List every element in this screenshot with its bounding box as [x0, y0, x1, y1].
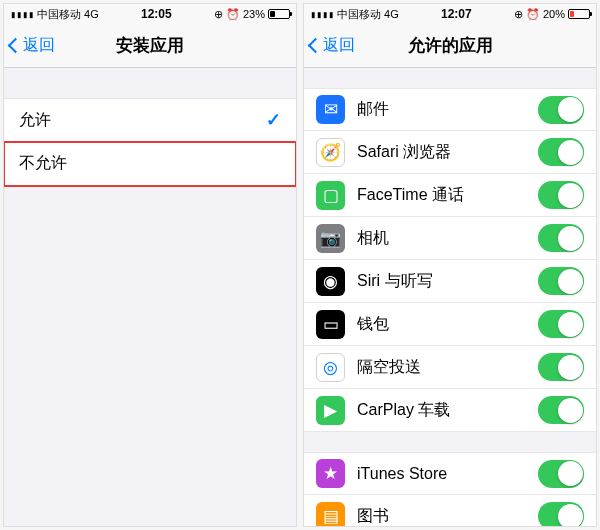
lock-icon: ⊕: [214, 8, 223, 21]
app-label: FaceTime 通话: [357, 185, 538, 206]
app-row: ▤图书: [304, 495, 596, 527]
toggle-switch[interactable]: [538, 396, 584, 424]
back-button[interactable]: 返回: [10, 35, 55, 56]
app-row: 🧭Safari 浏览器: [304, 131, 596, 174]
app-icon: ◉: [316, 267, 345, 296]
toggle-switch[interactable]: [538, 353, 584, 381]
app-row: ▭钱包: [304, 303, 596, 346]
app-icon: 🧭: [316, 138, 345, 167]
signal-icon: ▮▮▮▮: [10, 9, 34, 20]
app-row: ◎隔空投送: [304, 346, 596, 389]
option-label: 不允许: [19, 153, 281, 174]
toggle-switch[interactable]: [538, 502, 584, 527]
app-icon: ▭: [316, 310, 345, 339]
carrier: 中国移动: [37, 7, 81, 22]
nav-bar: 返回 允许的应用: [304, 24, 596, 68]
toggle-switch[interactable]: [538, 460, 584, 488]
app-label: Siri 与听写: [357, 271, 538, 292]
status-time: 12:07: [441, 7, 472, 21]
alarm-icon: ⏰: [526, 8, 540, 21]
toggle-switch[interactable]: [538, 267, 584, 295]
status-time: 12:05: [141, 7, 172, 21]
app-icon: ▤: [316, 502, 345, 528]
network: 4G: [384, 8, 399, 20]
battery-icon: [568, 9, 590, 19]
app-row: ▶CarPlay 车载: [304, 389, 596, 432]
app-icon: ▢: [316, 181, 345, 210]
chevron-left-icon: [8, 38, 24, 54]
status-bar: ▮▮▮▮ 中国移动 4G 12:05 ⊕ ⏰ 23%: [4, 4, 296, 24]
app-row: ◉Siri 与听写: [304, 260, 596, 303]
network: 4G: [84, 8, 99, 20]
app-icon: ✉: [316, 95, 345, 124]
option-deny[interactable]: 不允许: [4, 142, 296, 186]
app-label: 邮件: [357, 99, 538, 120]
back-label: 返回: [23, 35, 55, 56]
app-row: 📷相机: [304, 217, 596, 260]
status-bar: ▮▮▮▮ 中国移动 4G 12:07 ⊕ ⏰ 20%: [304, 4, 596, 24]
toggle-switch[interactable]: [538, 96, 584, 124]
checkmark-icon: ✓: [266, 109, 281, 131]
back-button[interactable]: 返回: [310, 35, 355, 56]
app-label: iTunes Store: [357, 465, 538, 483]
lock-icon: ⊕: [514, 8, 523, 21]
app-label: CarPlay 车载: [357, 400, 538, 421]
app-label: 图书: [357, 506, 538, 527]
app-row: ▢FaceTime 通话: [304, 174, 596, 217]
signal-icon: ▮▮▮▮: [310, 9, 334, 20]
toggle-switch[interactable]: [538, 138, 584, 166]
back-label: 返回: [323, 35, 355, 56]
app-icon: ▶: [316, 396, 345, 425]
toggle-switch[interactable]: [538, 181, 584, 209]
app-label: Safari 浏览器: [357, 142, 538, 163]
alarm-icon: ⏰: [226, 8, 240, 21]
battery-pct: 20%: [543, 8, 565, 20]
nav-bar: 返回 安装应用: [4, 24, 296, 68]
app-row: ★iTunes Store: [304, 452, 596, 495]
option-allow[interactable]: 允许 ✓: [4, 98, 296, 142]
chevron-left-icon: [308, 38, 324, 54]
toggle-switch[interactable]: [538, 224, 584, 252]
app-label: 钱包: [357, 314, 538, 335]
option-label: 允许: [19, 110, 266, 131]
app-icon: 📷: [316, 224, 345, 253]
battery-pct: 23%: [243, 8, 265, 20]
app-label: 隔空投送: [357, 357, 538, 378]
app-row: ✉邮件: [304, 88, 596, 131]
carrier: 中国移动: [337, 7, 381, 22]
app-label: 相机: [357, 228, 538, 249]
toggle-switch[interactable]: [538, 310, 584, 338]
app-icon: ◎: [316, 353, 345, 382]
battery-icon: [268, 9, 290, 19]
app-icon: ★: [316, 459, 345, 488]
